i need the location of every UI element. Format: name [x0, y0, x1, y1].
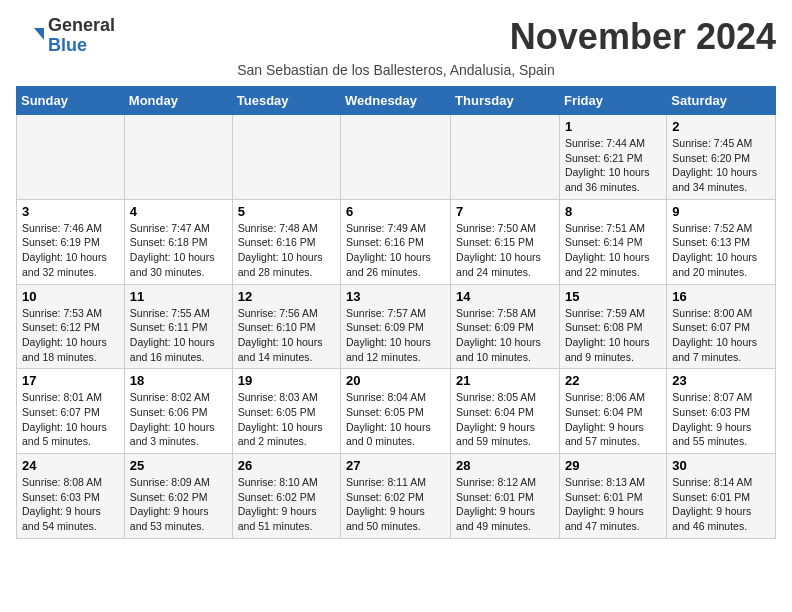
calendar-cell: 24Sunrise: 8:08 AM Sunset: 6:03 PM Dayli… — [17, 454, 125, 539]
day-info: Sunrise: 8:09 AM Sunset: 6:02 PM Dayligh… — [130, 475, 227, 534]
calendar-cell — [17, 115, 125, 200]
calendar-cell: 29Sunrise: 8:13 AM Sunset: 6:01 PM Dayli… — [559, 454, 666, 539]
calendar-cell — [124, 115, 232, 200]
day-info: Sunrise: 7:55 AM Sunset: 6:11 PM Dayligh… — [130, 306, 227, 365]
day-info: Sunrise: 7:57 AM Sunset: 6:09 PM Dayligh… — [346, 306, 445, 365]
day-info: Sunrise: 7:45 AM Sunset: 6:20 PM Dayligh… — [672, 136, 770, 195]
header-wednesday: Wednesday — [341, 87, 451, 115]
calendar-cell: 7Sunrise: 7:50 AM Sunset: 6:15 PM Daylig… — [451, 199, 560, 284]
day-number: 10 — [22, 289, 119, 304]
day-number: 20 — [346, 373, 445, 388]
day-info: Sunrise: 8:01 AM Sunset: 6:07 PM Dayligh… — [22, 390, 119, 449]
day-info: Sunrise: 8:14 AM Sunset: 6:01 PM Dayligh… — [672, 475, 770, 534]
day-number: 25 — [130, 458, 227, 473]
day-number: 26 — [238, 458, 335, 473]
day-info: Sunrise: 7:59 AM Sunset: 6:08 PM Dayligh… — [565, 306, 661, 365]
day-number: 8 — [565, 204, 661, 219]
calendar-cell: 23Sunrise: 8:07 AM Sunset: 6:03 PM Dayli… — [667, 369, 776, 454]
day-info: Sunrise: 8:07 AM Sunset: 6:03 PM Dayligh… — [672, 390, 770, 449]
day-info: Sunrise: 8:00 AM Sunset: 6:07 PM Dayligh… — [672, 306, 770, 365]
calendar-cell: 26Sunrise: 8:10 AM Sunset: 6:02 PM Dayli… — [232, 454, 340, 539]
header-friday: Friday — [559, 87, 666, 115]
day-number: 24 — [22, 458, 119, 473]
svg-rect-0 — [16, 22, 44, 50]
header-thursday: Thursday — [451, 87, 560, 115]
calendar-cell: 28Sunrise: 8:12 AM Sunset: 6:01 PM Dayli… — [451, 454, 560, 539]
calendar-cell: 16Sunrise: 8:00 AM Sunset: 6:07 PM Dayli… — [667, 284, 776, 369]
day-info: Sunrise: 7:46 AM Sunset: 6:19 PM Dayligh… — [22, 221, 119, 280]
week-row-3: 17Sunrise: 8:01 AM Sunset: 6:07 PM Dayli… — [17, 369, 776, 454]
day-number: 13 — [346, 289, 445, 304]
day-info: Sunrise: 8:08 AM Sunset: 6:03 PM Dayligh… — [22, 475, 119, 534]
day-number: 29 — [565, 458, 661, 473]
calendar-cell: 18Sunrise: 8:02 AM Sunset: 6:06 PM Dayli… — [124, 369, 232, 454]
calendar-cell: 21Sunrise: 8:05 AM Sunset: 6:04 PM Dayli… — [451, 369, 560, 454]
day-number: 9 — [672, 204, 770, 219]
day-number: 17 — [22, 373, 119, 388]
calendar-cell: 27Sunrise: 8:11 AM Sunset: 6:02 PM Dayli… — [341, 454, 451, 539]
day-info: Sunrise: 8:05 AM Sunset: 6:04 PM Dayligh… — [456, 390, 554, 449]
calendar-header-row: SundayMondayTuesdayWednesdayThursdayFrid… — [17, 87, 776, 115]
calendar-cell: 6Sunrise: 7:49 AM Sunset: 6:16 PM Daylig… — [341, 199, 451, 284]
day-number: 27 — [346, 458, 445, 473]
day-number: 19 — [238, 373, 335, 388]
calendar-cell: 17Sunrise: 8:01 AM Sunset: 6:07 PM Dayli… — [17, 369, 125, 454]
calendar-cell: 15Sunrise: 7:59 AM Sunset: 6:08 PM Dayli… — [559, 284, 666, 369]
week-row-2: 10Sunrise: 7:53 AM Sunset: 6:12 PM Dayli… — [17, 284, 776, 369]
header-tuesday: Tuesday — [232, 87, 340, 115]
calendar-cell — [232, 115, 340, 200]
calendar-cell: 9Sunrise: 7:52 AM Sunset: 6:13 PM Daylig… — [667, 199, 776, 284]
day-info: Sunrise: 7:47 AM Sunset: 6:18 PM Dayligh… — [130, 221, 227, 280]
week-row-1: 3Sunrise: 7:46 AM Sunset: 6:19 PM Daylig… — [17, 199, 776, 284]
logo-general-text: General — [48, 15, 115, 35]
calendar-cell: 4Sunrise: 7:47 AM Sunset: 6:18 PM Daylig… — [124, 199, 232, 284]
day-number: 21 — [456, 373, 554, 388]
day-info: Sunrise: 7:56 AM Sunset: 6:10 PM Dayligh… — [238, 306, 335, 365]
day-info: Sunrise: 8:10 AM Sunset: 6:02 PM Dayligh… — [238, 475, 335, 534]
day-info: Sunrise: 7:50 AM Sunset: 6:15 PM Dayligh… — [456, 221, 554, 280]
day-info: Sunrise: 8:12 AM Sunset: 6:01 PM Dayligh… — [456, 475, 554, 534]
day-info: Sunrise: 8:04 AM Sunset: 6:05 PM Dayligh… — [346, 390, 445, 449]
calendar-cell — [341, 115, 451, 200]
day-info: Sunrise: 8:06 AM Sunset: 6:04 PM Dayligh… — [565, 390, 661, 449]
day-number: 15 — [565, 289, 661, 304]
day-number: 14 — [456, 289, 554, 304]
day-number: 23 — [672, 373, 770, 388]
calendar-table: SundayMondayTuesdayWednesdayThursdayFrid… — [16, 86, 776, 539]
calendar-body: 1Sunrise: 7:44 AM Sunset: 6:21 PM Daylig… — [17, 115, 776, 539]
day-info: Sunrise: 7:44 AM Sunset: 6:21 PM Dayligh… — [565, 136, 661, 195]
logo: General Blue — [16, 16, 115, 56]
calendar-cell: 1Sunrise: 7:44 AM Sunset: 6:21 PM Daylig… — [559, 115, 666, 200]
day-number: 16 — [672, 289, 770, 304]
month-title: November 2024 — [510, 16, 776, 58]
day-number: 5 — [238, 204, 335, 219]
day-number: 28 — [456, 458, 554, 473]
day-info: Sunrise: 7:49 AM Sunset: 6:16 PM Dayligh… — [346, 221, 445, 280]
calendar-cell: 30Sunrise: 8:14 AM Sunset: 6:01 PM Dayli… — [667, 454, 776, 539]
calendar-cell: 3Sunrise: 7:46 AM Sunset: 6:19 PM Daylig… — [17, 199, 125, 284]
day-number: 1 — [565, 119, 661, 134]
day-info: Sunrise: 7:51 AM Sunset: 6:14 PM Dayligh… — [565, 221, 661, 280]
day-number: 2 — [672, 119, 770, 134]
calendar-cell: 5Sunrise: 7:48 AM Sunset: 6:16 PM Daylig… — [232, 199, 340, 284]
day-number: 7 — [456, 204, 554, 219]
day-info: Sunrise: 7:52 AM Sunset: 6:13 PM Dayligh… — [672, 221, 770, 280]
calendar-cell: 25Sunrise: 8:09 AM Sunset: 6:02 PM Dayli… — [124, 454, 232, 539]
day-number: 6 — [346, 204, 445, 219]
header-saturday: Saturday — [667, 87, 776, 115]
calendar-cell: 13Sunrise: 7:57 AM Sunset: 6:09 PM Dayli… — [341, 284, 451, 369]
day-info: Sunrise: 8:11 AM Sunset: 6:02 PM Dayligh… — [346, 475, 445, 534]
calendar-cell: 8Sunrise: 7:51 AM Sunset: 6:14 PM Daylig… — [559, 199, 666, 284]
day-info: Sunrise: 7:58 AM Sunset: 6:09 PM Dayligh… — [456, 306, 554, 365]
calendar-cell: 22Sunrise: 8:06 AM Sunset: 6:04 PM Dayli… — [559, 369, 666, 454]
calendar-cell: 2Sunrise: 7:45 AM Sunset: 6:20 PM Daylig… — [667, 115, 776, 200]
day-info: Sunrise: 7:53 AM Sunset: 6:12 PM Dayligh… — [22, 306, 119, 365]
calendar-cell: 10Sunrise: 7:53 AM Sunset: 6:12 PM Dayli… — [17, 284, 125, 369]
calendar-cell: 14Sunrise: 7:58 AM Sunset: 6:09 PM Dayli… — [451, 284, 560, 369]
day-info: Sunrise: 7:48 AM Sunset: 6:16 PM Dayligh… — [238, 221, 335, 280]
logo-blue-text: Blue — [48, 35, 87, 55]
day-number: 11 — [130, 289, 227, 304]
calendar-cell: 11Sunrise: 7:55 AM Sunset: 6:11 PM Dayli… — [124, 284, 232, 369]
day-number: 30 — [672, 458, 770, 473]
calendar-cell — [451, 115, 560, 200]
